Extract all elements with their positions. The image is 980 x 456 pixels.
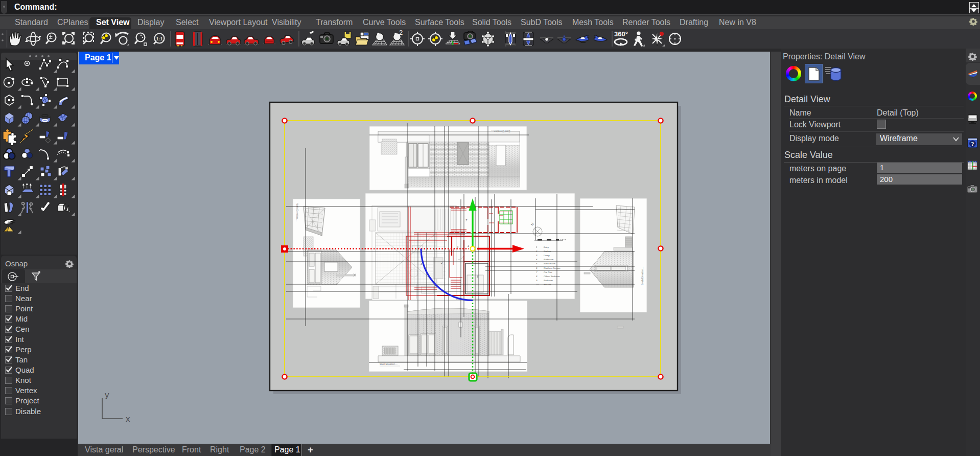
svg-text:1:1: 1:1 <box>156 36 162 41</box>
svg-text:Living: Living <box>544 254 550 257</box>
svg-text:Entry: Entry <box>544 246 549 248</box>
svg-text:x: x <box>126 414 130 424</box>
svg-text:Bedroom: Bedroom <box>544 279 553 282</box>
svg-text:South Elevation....: South Elevation.... <box>641 266 644 285</box>
svg-text:2: 2 <box>399 29 403 36</box>
svg-text:Northern Terrace: Northern Terrace <box>544 267 561 269</box>
svg-text:y: y <box>105 392 109 400</box>
svg-text:Bunk Room: Bunk Room <box>544 262 555 265</box>
svg-text:1: 1 <box>468 244 469 247</box>
svg-text:West Elevation....: West Elevation.... <box>380 363 398 366</box>
svg-text:?: ? <box>971 141 974 148</box>
svg-text:North Elevation....: North Elevation.... <box>296 203 298 221</box>
svg-text:360°: 360° <box>614 30 628 38</box>
svg-text:East Elevation....: East Elevation.... <box>491 130 510 133</box>
svg-text:Bathroom: Bathroom <box>544 258 553 261</box>
svg-text:Car Port: Car Port <box>544 271 552 273</box>
svg-text:4: 4 <box>457 245 458 248</box>
svg-text:Office/ Bedroom: Office/ Bedroom <box>544 275 560 278</box>
